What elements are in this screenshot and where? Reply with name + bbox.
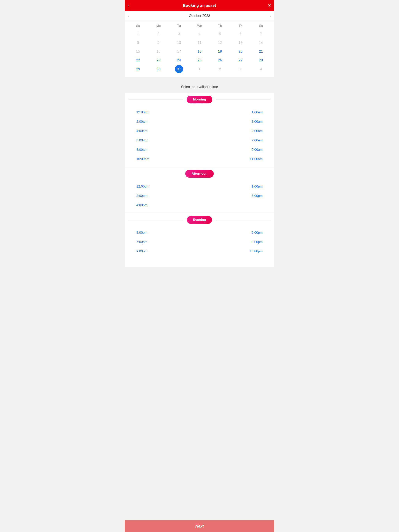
calendar-day[interactable]: 3 (239, 65, 241, 73)
calendar-day[interactable]: 24 (177, 56, 181, 64)
app-header: ‹ Booking an asset ✕ (125, 0, 274, 11)
calendar-day: 4 (199, 30, 200, 38)
calendar-day[interactable]: 23 (157, 56, 161, 64)
calendar-day-wrapper: 11 (189, 39, 210, 47)
calendar-day-wrapper: 1 (189, 65, 210, 73)
time-slot[interactable]: 1:00am (200, 108, 274, 117)
calendar-day[interactable]: 31 (175, 65, 183, 73)
time-slot[interactable]: 11:00am (200, 154, 274, 164)
time-slot[interactable]: 5:00am (200, 126, 274, 136)
time-slot[interactable]: 3:00pm (200, 191, 274, 201)
calendar-day-wrapper: 30 (148, 65, 169, 73)
time-slot[interactable]: 2:00pm (125, 191, 200, 201)
morning-header: Morning (125, 93, 274, 106)
weekday-label: Tu (169, 23, 189, 29)
calendar-day-wrapper: 17 (169, 48, 189, 56)
prev-month-button[interactable]: ‹ (125, 12, 132, 20)
calendar-day-wrapper: 31 (169, 65, 189, 73)
calendar-day-wrapper: 14 (251, 39, 271, 47)
weekday-label: Fr (230, 23, 251, 29)
calendar-day-wrapper: 12 (210, 39, 230, 47)
calendar-day: 10 (177, 39, 181, 47)
time-slot[interactable]: 1:00pm (200, 182, 274, 191)
time-slot[interactable]: 8:00am (125, 145, 200, 154)
evening-time-grid: 5:00pm6:00pm7:00pm8:00pm9:00pm10:00pm (125, 227, 274, 259)
time-slot[interactable]: 10:00am (125, 154, 200, 164)
morning-time-grid: 12:00am1:00am2:00am3:00am4:00am5:00am6:0… (125, 106, 274, 167)
next-label: Next (195, 524, 204, 528)
calendar-day[interactable]: 1 (199, 65, 200, 73)
calendar-day-wrapper: 27 (230, 56, 251, 64)
calendar-day[interactable]: 30 (157, 65, 161, 73)
time-slot[interactable]: 10:00pm (200, 247, 274, 256)
calendar-day-wrapper: 22 (128, 56, 148, 64)
time-slot[interactable]: 4:00pm (125, 201, 200, 210)
calendar-day[interactable]: 26 (218, 56, 222, 64)
calendar-day[interactable]: 29 (136, 65, 140, 73)
calendar-day[interactable]: 20 (238, 48, 242, 56)
calendar-day-wrapper: 24 (169, 56, 189, 64)
header-title: Booking an asset (183, 3, 216, 8)
calendar-day: 15 (136, 48, 140, 56)
afternoon-header: Afternoon (125, 167, 274, 180)
calendar-day[interactable]: 19 (218, 48, 222, 56)
weekday-label: Sa (251, 23, 271, 29)
time-slot[interactable]: 12:00pm (125, 182, 200, 191)
calendar-day-wrapper: 1 (128, 30, 148, 38)
calendar-day[interactable]: 2 (219, 65, 221, 73)
next-month-button[interactable]: › (267, 12, 274, 20)
calendar-day[interactable]: 28 (259, 56, 263, 64)
calendar-day-wrapper: 2 (210, 65, 230, 73)
calendar-day: 7 (260, 30, 262, 38)
calendar-days: 1234567891011121314151617181920212223242… (128, 30, 271, 73)
time-slot[interactable]: 9:00pm (125, 247, 200, 256)
calendar-day-wrapper: 23 (148, 56, 169, 64)
time-slot[interactable]: 8:00pm (200, 237, 274, 247)
calendar-day[interactable]: 27 (238, 56, 242, 64)
calendar-day[interactable]: 22 (136, 56, 140, 64)
calendar-day-wrapper: 7 (251, 30, 271, 38)
calendar-day-wrapper: 5 (210, 30, 230, 38)
calendar-nav: ‹ October 2023 › (125, 11, 274, 21)
calendar-day[interactable]: 25 (198, 56, 201, 64)
next-button[interactable]: Next (125, 520, 274, 532)
calendar-day[interactable]: 4 (260, 65, 262, 73)
calendar-day-wrapper: 3 (230, 65, 251, 73)
time-slot[interactable]: 7:00pm (125, 237, 200, 247)
calendar-day: 17 (177, 48, 181, 56)
morning-badge[interactable]: Morning (187, 96, 212, 103)
calendar-day-wrapper: 9 (148, 39, 169, 47)
calendar-day-wrapper: 4 (189, 30, 210, 38)
time-slot[interactable]: 4:00am (125, 126, 200, 136)
back-button[interactable]: ‹ (125, 1, 132, 10)
time-slot[interactable]: 12:00am (125, 108, 200, 117)
calendar-day[interactable]: 21 (259, 48, 263, 56)
time-slot[interactable]: 9:00am (200, 145, 274, 154)
calendar-day-wrapper: 8 (128, 39, 148, 47)
time-slot[interactable]: 3:00am (200, 117, 274, 126)
calendar-day: 5 (219, 30, 221, 38)
time-slot[interactable]: 6:00am (125, 136, 200, 145)
afternoon-badge[interactable]: Afternoon (185, 170, 213, 177)
evening-badge[interactable]: Evening (187, 216, 212, 224)
calendar-day-wrapper: 28 (251, 56, 271, 64)
calendar-day-wrapper: 15 (128, 48, 148, 56)
time-slot[interactable]: 7:00am (200, 136, 274, 145)
weekday-label: Th (210, 23, 230, 29)
calendar-day-wrapper: 29 (128, 65, 148, 73)
divider (125, 77, 274, 80)
time-slot[interactable]: 2:00am (125, 117, 200, 126)
calendar-month-title: October 2023 (189, 14, 210, 18)
calendar-day-wrapper: 18 (189, 48, 210, 56)
afternoon-time-grid: 12:00pm1:00pm2:00pm3:00pm4:00pm (125, 180, 274, 213)
calendar-day[interactable]: 18 (198, 48, 201, 56)
calendar-day: 6 (239, 30, 241, 38)
calendar-day: 2 (158, 30, 160, 38)
weekday-label: We (189, 23, 210, 29)
close-button[interactable]: ✕ (264, 1, 274, 10)
calendar-day-wrapper: 4 (251, 65, 271, 73)
time-slot[interactable]: 6:00pm (200, 228, 274, 237)
time-slot[interactable]: 5:00pm (125, 228, 200, 237)
calendar-day: 9 (158, 39, 160, 47)
calendar-day: 1 (137, 30, 139, 38)
